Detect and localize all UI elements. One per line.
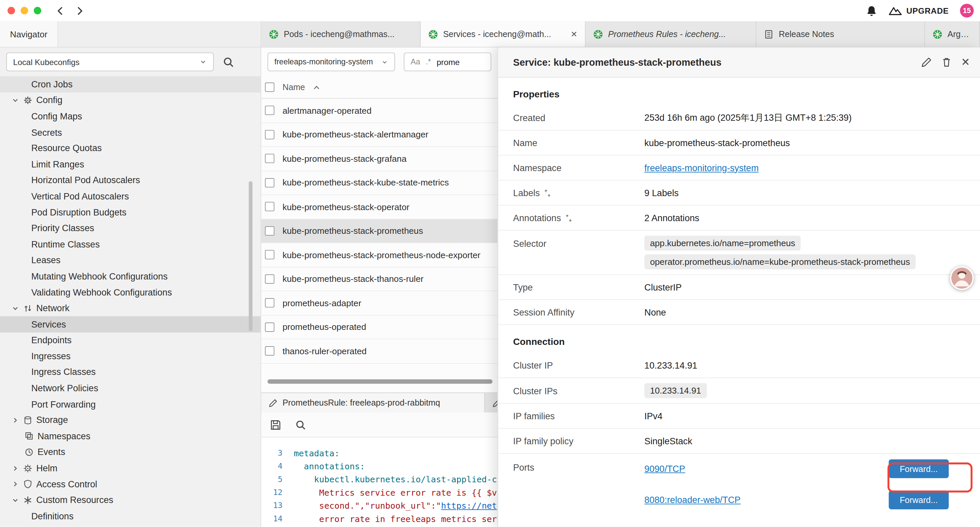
sidebar-search-icon[interactable] [223, 56, 234, 68]
select-all-checkbox[interactable] [265, 83, 274, 92]
forward-button[interactable]: Forward... [889, 490, 949, 509]
table-row-kube-prometheus-stack-alertmanager[interactable]: kube-prometheus-stack-alertmanager [261, 123, 497, 147]
table-row-kube-prometheus-stack-thanos-ruler[interactable]: kube-prometheus-stack-thanos-ruler [261, 267, 497, 291]
table-row-alertmanager-operated[interactable]: alertmanager-operated [261, 99, 497, 123]
sidebar-item-network-policies[interactable]: Network Policies [0, 380, 261, 396]
notification-count-badge[interactable]: 15 [960, 4, 974, 18]
trash-icon[interactable] [941, 57, 951, 68]
dock-tab-0[interactable]: PrometheusRule: freeleaps-prod-rabbitmq [261, 393, 485, 412]
name-column-header[interactable]: Name [283, 83, 305, 92]
row-checkbox[interactable] [265, 202, 274, 212]
sidebar-item-cron-jobs[interactable]: Cron Jobs [0, 76, 261, 92]
close-window-button[interactable] [7, 7, 15, 14]
sidebar-item-ingresses[interactable]: Ingresses [0, 348, 261, 364]
tab-release-notes[interactable]: Release Notes [756, 21, 925, 47]
sidebar-item-horizontal-pod-autoscalers[interactable]: Horizontal Pod Autoscalers [0, 172, 261, 188]
close-tab-icon[interactable]: ✕ [568, 29, 578, 39]
row-checkbox[interactable] [265, 322, 274, 331]
row-checkbox[interactable] [265, 106, 274, 115]
assistant-avatar[interactable] [950, 266, 974, 290]
back-icon[interactable] [55, 5, 66, 16]
match-case-toggle[interactable]: Aa [410, 57, 420, 66]
drawer-row-ip-family-policy: IP family policySingleStack [498, 428, 980, 454]
sidebar-item-vertical-pod-autoscalers[interactable]: Vertical Pod Autoscalers [0, 188, 261, 204]
row-checkbox[interactable] [265, 346, 274, 355]
sidebar-item-network[interactable]: Network [0, 300, 261, 316]
sidebar-item-events[interactable]: Events [0, 444, 261, 460]
sidebar-item-services[interactable]: Services [0, 316, 261, 332]
namespace-link[interactable]: freeleaps-monitoring-system [644, 163, 759, 173]
forward-icon[interactable] [75, 5, 85, 16]
table-row-thanos-ruler-operated[interactable]: thanos-ruler-operated [261, 339, 497, 363]
drawer-row-cluster-ip: Cluster IP10.233.14.91 [498, 353, 980, 378]
tab-prometheus-rules-icecheng[interactable]: Prometheus Rules - icecheng... [586, 21, 757, 47]
table-row-kube-prometheus-stack-grafana[interactable]: kube-prometheus-stack-grafana [261, 147, 497, 171]
row-checkbox[interactable] [265, 178, 274, 188]
sidebar-item-validating-webhook-configurations[interactable]: Validating Webhook Configurations [0, 284, 261, 300]
chevron-down-icon [11, 96, 19, 104]
sort-asc-icon[interactable] [313, 85, 320, 90]
table-row-prometheus-operated[interactable]: prometheus-operated [261, 315, 497, 339]
sidebar-item-access-control[interactable]: Access Control [0, 476, 261, 492]
sidebar-item-leases[interactable]: Leases [0, 252, 261, 268]
namespace-filter-select[interactable]: freeleaps-monitoring-system [267, 53, 395, 71]
close-drawer-icon[interactable]: ✕ [961, 57, 970, 68]
notification-bell-icon[interactable] [865, 5, 878, 17]
minimize-window-button[interactable] [21, 7, 28, 14]
dock-tab-1[interactable] [485, 393, 497, 412]
row-checkbox[interactable] [265, 154, 274, 163]
kubernetes-icon [932, 29, 943, 39]
sidebar-item-runtime-classes[interactable]: Runtime Classes [0, 236, 261, 252]
forward-button[interactable]: Forward... [889, 459, 949, 478]
row-checkbox[interactable] [265, 250, 274, 260]
sidebar-item-pod-disruption-budgets[interactable]: Pod Disruption Budgets [0, 204, 261, 220]
yaml-editor[interactable]: 3metadata:4 annotations:5 kubectl.kubern… [261, 438, 497, 527]
sort-updown-icon[interactable] [565, 213, 572, 222]
table-row-prometheus-adapter[interactable]: prometheus-adapter [261, 291, 497, 315]
port-link[interactable]: 8080:reloader-web/TCP [644, 495, 740, 505]
sidebar-item-secrets[interactable]: Secrets [0, 124, 261, 140]
table-row-kube-prometheus-stack-operator[interactable]: kube-prometheus-stack-operator [261, 195, 497, 219]
row-checkbox[interactable] [265, 298, 274, 307]
access-icon [23, 479, 32, 489]
row-checkbox[interactable] [265, 226, 274, 236]
sidebar-item-config-maps[interactable]: Config Maps [0, 108, 261, 124]
kubernetes-icon [428, 29, 438, 39]
maximize-window-button[interactable] [34, 7, 41, 14]
value-badge: app.kubernetes.io/name=prometheus [644, 236, 801, 250]
save-icon[interactable] [270, 419, 281, 430]
sidebar-item-priority-classes[interactable]: Priority Classes [0, 220, 261, 236]
table-row-kube-prometheus-stack-kube-state-metrics[interactable]: kube-prometheus-stack-kube-state-metrics [261, 171, 497, 195]
tab-argo-se[interactable]: Argo Se [925, 21, 980, 47]
edit-icon[interactable] [921, 57, 932, 68]
kubernetes-icon [593, 29, 603, 39]
kubeconfig-selector[interactable]: Local Kubeconfigs [6, 53, 214, 71]
sidebar-item-limit-ranges[interactable]: Limit Ranges [0, 156, 261, 172]
horizontal-scrollbar[interactable] [267, 379, 493, 384]
row-checkbox[interactable] [265, 274, 274, 283]
sidebar-item-mutating-webhook-configurations[interactable]: Mutating Webhook Configurations [0, 268, 261, 284]
sidebar-item-config[interactable]: Config [0, 92, 261, 108]
tab-services-icecheng-math[interactable]: Services - icecheng@math...✕ [421, 21, 586, 47]
editor-search-icon[interactable] [295, 419, 306, 430]
chevron-down-icon [11, 304, 19, 312]
regex-toggle[interactable]: .* [426, 57, 431, 66]
sidebar-item-storage[interactable]: Storage [0, 412, 261, 428]
sidebar-item-custom-resources[interactable]: Custom Resources [0, 492, 261, 508]
table-row-kube-prometheus-stack-prometheus[interactable]: kube-prometheus-stack-prometheus [261, 219, 497, 243]
sidebar-item-namespaces[interactable]: Namespaces [0, 428, 261, 444]
table-row-kube-prometheus-stack-prometheus-node-exporter[interactable]: kube-prometheus-stack-prometheus-node-ex… [261, 243, 497, 267]
port-link[interactable]: 9090/TCP [644, 463, 685, 474]
sidebar-item-resource-quotas[interactable]: Resource Quotas [0, 140, 261, 156]
sort-updown-icon[interactable] [544, 188, 551, 197]
row-checkbox[interactable] [265, 130, 274, 139]
tab-pods-icecheng-mathmas[interactable]: Pods - icecheng@mathmas... [261, 21, 421, 47]
search-input[interactable]: Aa .* prome [404, 53, 491, 71]
sidebar-scrollbar[interactable] [249, 181, 253, 331]
sidebar-item-endpoints[interactable]: Endpoints [0, 332, 261, 348]
sidebar-item-helm[interactable]: Helm [0, 460, 261, 476]
sidebar-item-port-forwarding[interactable]: Port Forwarding [0, 396, 261, 412]
upgrade-button[interactable]: UPGRADE [889, 6, 949, 16]
sidebar-item-definitions[interactable]: Definitions [0, 508, 261, 524]
sidebar-item-ingress-classes[interactable]: Ingress Classes [0, 364, 261, 380]
